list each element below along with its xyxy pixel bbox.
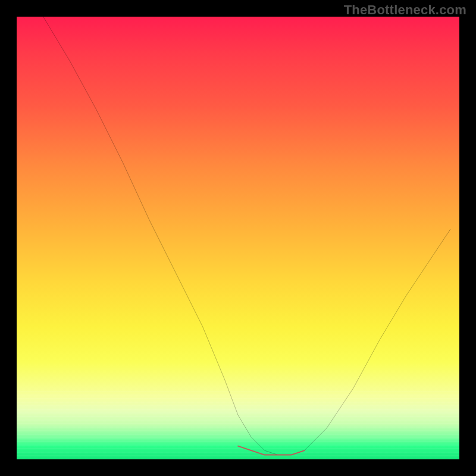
bottleneck-curve bbox=[43, 17, 450, 455]
highlighted-minimum bbox=[238, 446, 305, 455]
plot-area bbox=[17, 17, 459, 459]
chart-frame: TheBottleneck.com bbox=[0, 0, 476, 476]
curve-svg bbox=[17, 17, 459, 459]
watermark-label: TheBottleneck.com bbox=[344, 2, 466, 18]
